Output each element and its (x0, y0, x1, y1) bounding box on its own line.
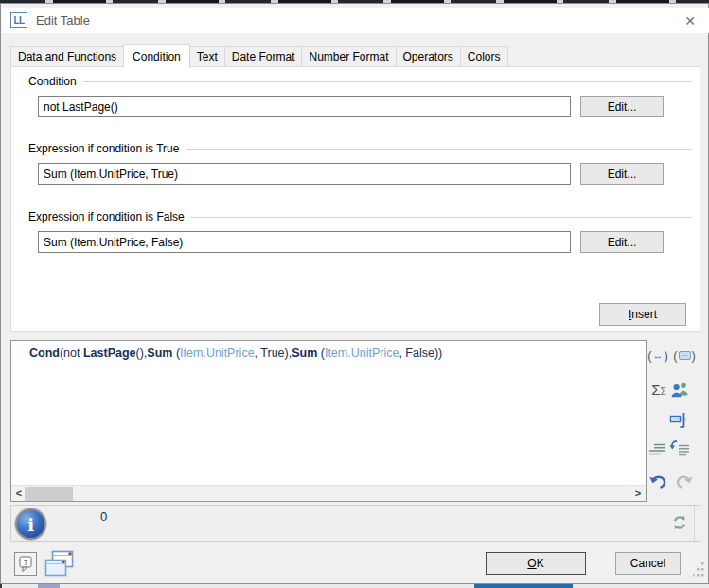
background-segment (38, 584, 60, 588)
close-icon[interactable]: ✕ (680, 13, 700, 28)
insert-button[interactable]: Insert (599, 303, 686, 326)
help-bubble-icon: ? (19, 556, 33, 573)
scrollbar-thumb[interactable] (25, 487, 73, 501)
group-separator (191, 217, 692, 218)
insert-tab-icon[interactable] (668, 410, 691, 431)
panel-divider (694, 506, 695, 541)
group-expression-false-label: Expression if condition is False (28, 210, 185, 223)
group-expression-true-label: Expression if condition is True (28, 142, 179, 155)
edit-table-dialog: LL Edit Table ✕ Data and Functions Condi… (0, 3, 709, 584)
group-condition-label: Condition (28, 75, 77, 88)
tab-operators[interactable]: Operators (396, 46, 461, 66)
help-button[interactable]: ? (14, 552, 37, 576)
app-ll-icon: LL (10, 12, 27, 28)
tab-colors[interactable]: Colors (460, 46, 508, 66)
screen: LL Edit Table ✕ Data and Functions Condi… (0, 0, 709, 588)
tab-condition[interactable]: Condition (123, 44, 190, 68)
group-separator (186, 149, 692, 150)
parentheses-field-icon[interactable]: (⋯) (671, 347, 698, 364)
group-expression-true: Expression if condition is True (28, 142, 692, 155)
variables-people-icon[interactable] (670, 381, 689, 398)
condition-edit-button[interactable]: Edit... (580, 96, 664, 117)
window-title: Edit Table (36, 13, 90, 27)
undo-icon[interactable] (647, 472, 668, 490)
cancel-button[interactable]: Cancel (615, 552, 681, 575)
titlebar[interactable]: LL Edit Table ✕ (2, 8, 709, 33)
field-chip-icon: ⋯ (679, 351, 691, 360)
tab-number-format[interactable]: Number Format (301, 46, 396, 66)
group-separator (83, 81, 692, 82)
parentheses-width-icon[interactable]: (↔) (646, 347, 670, 364)
redo-icon[interactable] (673, 472, 694, 490)
cascade-windows-icon[interactable] (43, 550, 77, 579)
formula-editor[interactable]: Cond(not LastPage(),Sum (Item.UnitPrice,… (10, 340, 647, 502)
scroll-right-icon[interactable]: > (630, 486, 646, 502)
ok-button[interactable]: OK (486, 552, 586, 575)
formula-expression[interactable]: Cond(not LastPage(),Sum (Item.UnitPrice,… (29, 347, 642, 360)
expression-true-edit-button[interactable]: Edit... (580, 163, 664, 185)
auto-indent-icon[interactable] (668, 438, 691, 456)
background-app-strip-bottom (0, 584, 709, 588)
indent-icon[interactable] (647, 441, 666, 456)
status-panel: i 0 (10, 505, 700, 542)
background-segment (474, 584, 573, 588)
svg-text:?: ? (23, 557, 27, 566)
expression-false-edit-button[interactable]: Edit... (580, 231, 664, 253)
expression-false-input[interactable] (38, 231, 571, 253)
condition-tab-page: Condition Edit... Expression if conditio… (10, 66, 700, 332)
group-condition: Condition (28, 75, 692, 88)
group-expression-false: Expression if condition is False (28, 210, 692, 223)
tab-data-and-functions[interactable]: Data and Functions (10, 46, 124, 66)
horizontal-scrollbar[interactable]: < > (11, 485, 646, 501)
tab-text[interactable]: Text (189, 46, 225, 66)
refresh-icon[interactable] (672, 515, 687, 530)
expression-true-input[interactable] (38, 163, 571, 185)
resize-grip[interactable] (693, 561, 705, 578)
background-segment (0, 584, 2, 588)
info-icon: i (15, 508, 46, 540)
sum-sigma-icon[interactable]: ΣΣ (647, 380, 670, 399)
status-message-count: 0 (100, 509, 107, 524)
condition-input[interactable] (38, 96, 571, 117)
tab-date-format[interactable]: Date Format (224, 46, 303, 66)
tab-bar: Data and Functions Condition Text Date F… (10, 44, 507, 68)
